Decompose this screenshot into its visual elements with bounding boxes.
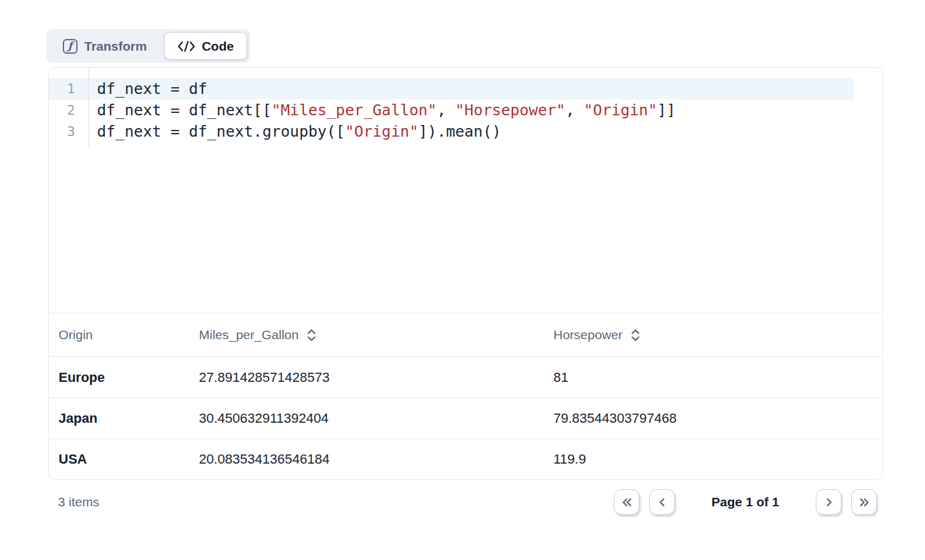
column-header-origin-label: Origin <box>59 328 93 342</box>
pagination: Page 1 of 1 <box>614 489 883 515</box>
code-editor[interactable]: 1 df_next = df 2 df_next = df_next[["Mil… <box>49 68 882 313</box>
sort-chevrons-icon[interactable] <box>307 329 316 342</box>
double-chevron-right-icon <box>858 497 870 508</box>
gutter-divider <box>88 68 89 148</box>
cell-origin: Japan <box>49 411 189 426</box>
line-number: 3 <box>49 121 88 142</box>
column-header-hp-label: Horsepower <box>553 328 622 342</box>
view-toggle-tabbar: ƒ Transform Code <box>46 29 250 63</box>
app-window: ƒ Transform Code 1 df_next = df 2 df_nex… <box>0 0 925 560</box>
table-header-row: Origin Miles_per_Gallon Horsepower <box>49 313 882 357</box>
code-line-text[interactable]: df_next = df <box>88 78 207 99</box>
table-row: Europe 27.891428571428573 81 <box>49 357 882 398</box>
items-count: 3 items <box>48 495 99 509</box>
table-row: Japan 30.450632911392404 79.835443037974… <box>49 398 882 439</box>
code-line[interactable]: 3 df_next = df_next.groupby(["Origin"]).… <box>49 121 854 142</box>
cell-horsepower: 81 <box>544 370 882 386</box>
table-row: USA 20.083534136546184 119.9 <box>49 439 882 479</box>
line-number: 2 <box>49 99 88 121</box>
column-header-miles-per-gallon[interactable]: Miles_per_Gallon <box>189 328 544 342</box>
double-chevron-left-icon <box>621 497 633 508</box>
code-line-text[interactable]: df_next = df_next.groupby(["Origin"]).me… <box>88 121 501 142</box>
cell-horsepower: 119.9 <box>544 451 882 467</box>
column-header-mpg-label: Miles_per_Gallon <box>199 328 298 342</box>
last-page-button[interactable] <box>851 489 877 515</box>
code-editor-lines: 1 df_next = df 2 df_next = df_next[["Mil… <box>49 78 882 142</box>
page-indicator: Page 1 of 1 <box>711 495 779 509</box>
function-icon: ƒ <box>63 39 77 54</box>
code-and-table-card: 1 df_next = df 2 df_next = df_next[["Mil… <box>48 67 883 480</box>
table-body: Europe 27.891428571428573 81 Japan 30.45… <box>49 357 882 479</box>
cell-miles-per-gallon: 27.891428571428573 <box>189 370 544 386</box>
tab-transform[interactable]: ƒ Transform <box>50 33 160 59</box>
cell-origin: Europe <box>49 370 189 386</box>
table-footer: 3 items Page 1 of 1 <box>48 489 883 515</box>
cell-origin: USA <box>49 451 189 467</box>
chevron-right-icon <box>823 497 835 508</box>
cell-horsepower: 79.83544303797468 <box>544 411 882 426</box>
previous-page-button[interactable] <box>649 489 675 515</box>
tab-transform-label: Transform <box>84 39 147 54</box>
code-slash-icon <box>178 40 195 52</box>
column-header-horsepower[interactable]: Horsepower <box>544 328 882 342</box>
sort-chevrons-icon[interactable] <box>631 329 640 342</box>
cell-miles-per-gallon: 30.450632911392404 <box>189 411 544 426</box>
code-line[interactable]: 2 df_next = df_next[["Miles_per_Gallon",… <box>49 99 854 121</box>
chevron-left-icon <box>657 497 668 508</box>
cell-miles-per-gallon: 20.083534136546184 <box>189 451 544 467</box>
column-header-origin: Origin <box>49 328 189 342</box>
first-page-button[interactable] <box>614 489 639 515</box>
next-page-button[interactable] <box>816 489 841 515</box>
code-line-text[interactable]: df_next = df_next[["Miles_per_Gallon", "… <box>88 99 675 121</box>
line-number: 1 <box>49 78 88 99</box>
tab-code[interactable]: Code <box>165 33 247 59</box>
code-line[interactable]: 1 df_next = df <box>49 78 854 99</box>
tab-code-label: Code <box>202 39 234 54</box>
